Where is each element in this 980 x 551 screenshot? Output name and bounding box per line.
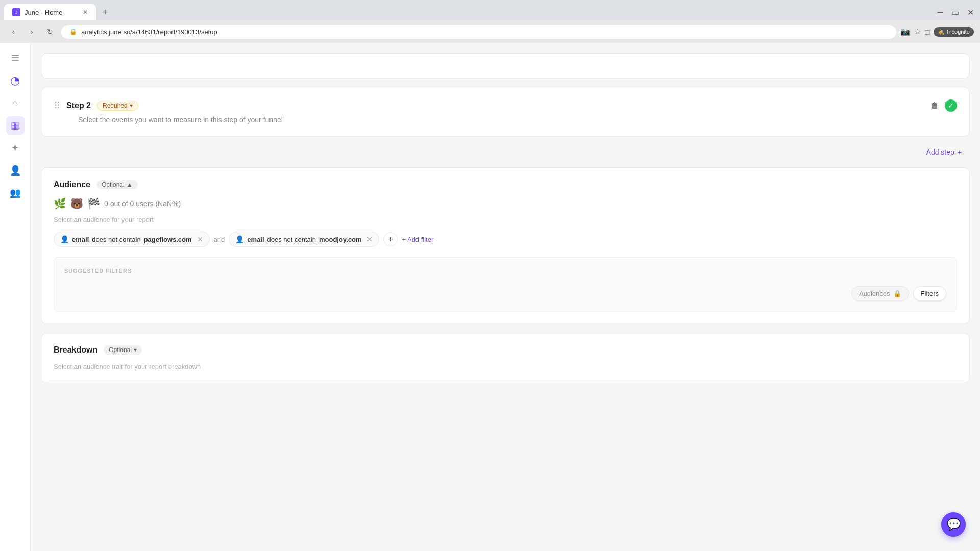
team-icon: 👥 bbox=[10, 187, 21, 198]
step2-header: ⠿ Step 2 Required ▾ 🗑 ✓ bbox=[54, 99, 957, 112]
suggested-filters-area: SUGGESTED FILTERS Audiences 🔒 Filters bbox=[54, 257, 957, 312]
user-stats: 🌿 🐻 🏁 0 out of 0 users (NaN%) bbox=[54, 197, 957, 210]
filter1-remove-icon[interactable]: ✕ bbox=[197, 235, 203, 243]
filter-plus-button[interactable]: + bbox=[383, 232, 398, 246]
lock-icon: 🔒 bbox=[69, 28, 77, 35]
sidebar-item-spinner[interactable]: ◔ bbox=[6, 71, 24, 90]
filter2-person-icon: 👤 bbox=[235, 235, 244, 243]
step2-description: Select the events you want to measure in… bbox=[78, 116, 957, 124]
audience-optional-badge[interactable]: Optional ▲ bbox=[96, 180, 138, 189]
suggested-controls: Audiences 🔒 Filters bbox=[64, 286, 946, 301]
filter1-operator: does not contain bbox=[92, 236, 140, 243]
menu-icon: ☰ bbox=[11, 53, 19, 64]
home-icon: ⌂ bbox=[12, 98, 18, 109]
url-bar[interactable]: 🔒 analytics.june.so/a/14631/report/19001… bbox=[61, 25, 896, 39]
main-content: ⠿ Step 2 Required ▾ 🗑 ✓ Select the event… bbox=[31, 43, 980, 551]
filter2-key: email bbox=[247, 236, 264, 243]
minimize-button[interactable]: ─ bbox=[936, 6, 945, 19]
sidebar-item-home[interactable]: ⌂ bbox=[6, 94, 24, 112]
user-avatar-emoji1: 🌿 bbox=[54, 197, 66, 210]
user-avatar-emoji3: 🏁 bbox=[87, 197, 100, 210]
sparkle-icon: ✦ bbox=[11, 142, 19, 154]
sidebar-item-team[interactable]: 👥 bbox=[6, 184, 24, 202]
filters-button[interactable]: Filters bbox=[913, 286, 946, 301]
breakdown-title: Breakdown bbox=[54, 345, 97, 355]
extensions-icon[interactable]: □ bbox=[925, 28, 929, 36]
breakdown-optional-badge[interactable]: Optional ▾ bbox=[104, 345, 142, 355]
audience-optional-label: Optional bbox=[102, 181, 125, 188]
top-partial-card bbox=[41, 53, 970, 79]
incognito-badge: 🕵 Incognito bbox=[934, 27, 974, 37]
sidebar-item-menu[interactable]: ☰ bbox=[6, 49, 24, 67]
active-tab[interactable]: J June - Home ✕ bbox=[4, 4, 96, 20]
filter1-key: email bbox=[72, 236, 89, 243]
select-audience-text: Select an audience for your report bbox=[54, 216, 957, 223]
filters-btn-label: Filters bbox=[921, 290, 939, 297]
audience-card: Audience Optional ▲ 🌿 🐻 🏁 0 out of 0 use… bbox=[41, 167, 970, 324]
suggested-filters-label: SUGGESTED FILTERS bbox=[64, 268, 946, 274]
restore-button[interactable]: ▭ bbox=[949, 6, 961, 19]
filter-connector: and bbox=[214, 236, 225, 243]
add-step-plus-icon: + bbox=[958, 148, 962, 156]
sidebar-item-charts[interactable]: ▦ bbox=[6, 116, 24, 135]
filter1-person-icon: 👤 bbox=[60, 235, 69, 243]
filter2-remove-icon[interactable]: ✕ bbox=[366, 235, 373, 243]
breakdown-description: Select an audience trait for your report… bbox=[54, 363, 957, 370]
chat-icon: 💬 bbox=[947, 518, 961, 531]
browser-chrome: J June - Home ✕ + ─ ▭ ✕ ‹ › ↻ 🔒 analytic… bbox=[0, 0, 980, 43]
app-layout: ☰ ◔ ⌂ ▦ ✦ 👤 👥 ⠿ Step 2 bbox=[0, 43, 980, 551]
audience-header: Audience Optional ▲ bbox=[54, 180, 957, 189]
spinner-icon: ◔ bbox=[10, 74, 20, 87]
add-filter-button[interactable]: + Add filter bbox=[402, 236, 433, 243]
filter1-value: pageflows.com bbox=[144, 236, 192, 243]
star-icon[interactable]: ☆ bbox=[914, 27, 921, 36]
step2-required-badge[interactable]: Required ▾ bbox=[97, 101, 138, 111]
breakdown-header: Breakdown Optional ▾ bbox=[54, 345, 957, 355]
filter-chip-1[interactable]: 👤 email does not contain pageflows.com ✕ bbox=[54, 232, 210, 247]
address-bar: ‹ › ↻ 🔒 analytics.june.so/a/14631/report… bbox=[0, 20, 980, 43]
reload-button[interactable]: ↻ bbox=[43, 24, 57, 39]
sidebar: ☰ ◔ ⌂ ▦ ✦ 👤 👥 bbox=[0, 43, 31, 551]
filter-chip-2[interactable]: 👤 email does not contain moodjoy.com ✕ bbox=[229, 232, 379, 247]
camera-icon[interactable]: 📷 bbox=[900, 27, 910, 36]
required-label: Required bbox=[103, 102, 128, 109]
step2-card: ⠿ Step 2 Required ▾ 🗑 ✓ Select the event… bbox=[41, 87, 970, 137]
step2-check-icon: ✓ bbox=[945, 99, 957, 112]
window-controls: ─ ▭ ✕ bbox=[936, 6, 976, 19]
step2-delete-icon[interactable]: 🗑 bbox=[930, 101, 939, 110]
new-tab-button[interactable]: + bbox=[98, 5, 112, 19]
add-filter-label: + Add filter bbox=[402, 236, 433, 243]
user-avatar-emoji2: 🐻 bbox=[70, 197, 83, 210]
incognito-label: Incognito bbox=[947, 29, 970, 35]
chart-icon: ▦ bbox=[11, 120, 19, 131]
incognito-icon: 🕵 bbox=[938, 29, 945, 35]
filter2-value: moodjoy.com bbox=[319, 236, 362, 243]
breakdown-card: Breakdown Optional ▾ Select an audience … bbox=[41, 333, 970, 383]
audience-title: Audience bbox=[54, 180, 90, 189]
tab-title: June - Home bbox=[24, 9, 79, 16]
breakdown-optional-label: Optional bbox=[109, 346, 132, 354]
back-button[interactable]: ‹ bbox=[6, 24, 20, 39]
sidebar-item-people[interactable]: 👤 bbox=[6, 161, 24, 180]
people-icon: 👤 bbox=[10, 165, 21, 176]
close-window-button[interactable]: ✕ bbox=[965, 6, 976, 19]
audiences-button[interactable]: Audiences 🔒 bbox=[851, 286, 909, 301]
add-step-button[interactable]: Add step + bbox=[920, 145, 968, 159]
tab-close-button[interactable]: ✕ bbox=[83, 9, 88, 16]
browser-icons: 📷 ☆ □ 🕵 Incognito bbox=[900, 27, 974, 37]
required-arrow-icon: ▾ bbox=[130, 102, 133, 109]
forward-button[interactable]: › bbox=[24, 24, 39, 39]
lock-icon: 🔒 bbox=[893, 290, 901, 297]
drag-handle-icon[interactable]: ⠿ bbox=[54, 100, 60, 111]
user-count: 0 out of 0 users (NaN%) bbox=[104, 199, 181, 208]
filter2-operator: does not contain bbox=[267, 236, 316, 243]
step2-actions: 🗑 ✓ bbox=[930, 99, 957, 112]
url-text: analytics.june.so/a/14631/report/190013/… bbox=[81, 28, 217, 36]
audiences-btn-label: Audiences bbox=[859, 290, 890, 297]
chat-button[interactable]: 💬 bbox=[941, 512, 966, 537]
add-step-label: Add step bbox=[926, 148, 954, 156]
audience-optional-arrow-icon: ▲ bbox=[127, 181, 133, 188]
tab-bar: J June - Home ✕ + ─ ▭ ✕ bbox=[0, 0, 980, 20]
breakdown-optional-arrow-icon: ▾ bbox=[134, 346, 137, 354]
sidebar-item-sparkle[interactable]: ✦ bbox=[6, 139, 24, 157]
